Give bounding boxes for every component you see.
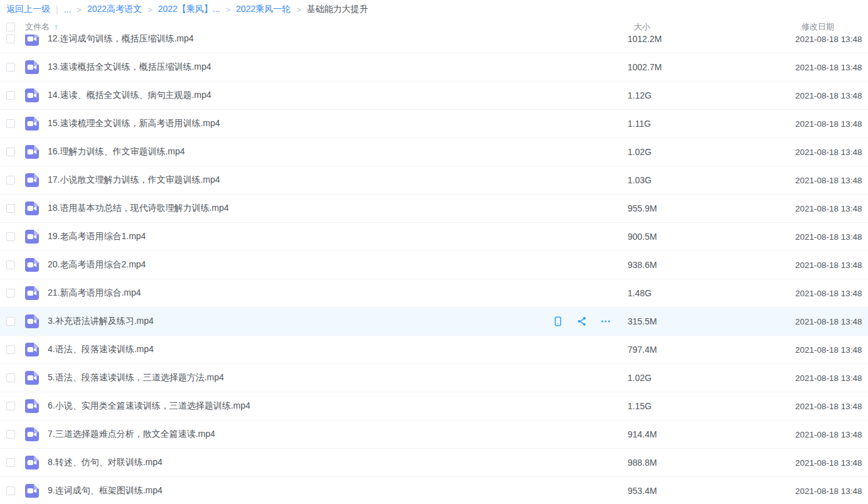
table-row[interactable]: 3.补充语法讲解及练习.mp4315.5M2021-08-18 13:48 [0, 308, 868, 336]
file-date: 2021-08-18 13:48 [785, 63, 868, 72]
file-date: 2021-08-18 13:48 [785, 486, 868, 496]
folded-corner [34, 88, 39, 94]
file-name[interactable]: 6.小说、实用类全篇速读训练，三道选择题训练.mp4 [48, 400, 250, 412]
file-name[interactable]: 16.理解力训练、作文审题训练.mp4 [48, 146, 185, 158]
table-row[interactable]: 12.连词成句训练，概括压缩训练.mp41012.2M2021-08-18 13… [0, 35, 868, 53]
table-row[interactable]: 8.转述、仿句、对联训练.mp4988.8M2021-08-18 13:48 [0, 449, 868, 477]
file-size: 900.5M [620, 232, 785, 242]
file-name[interactable]: 8.转述、仿句、对联训练.mp4 [48, 457, 163, 468]
table-row[interactable]: 14.速读、概括全文训练、病句主观题.mp41.12G2021-08-18 13… [0, 82, 868, 110]
file-name[interactable]: 14.速读、概括全文训练、病句主观题.mp4 [48, 90, 212, 101]
file-name[interactable]: 15.速读梳理全文训练，新高考语用训练.mp4 [48, 118, 220, 129]
file-name-cell: 5.语法、段落速读训练，三道选择题方法.mp4 [39, 372, 620, 383]
device-icon[interactable] [552, 316, 564, 327]
file-name[interactable]: 18.语用基本功总结，现代诗歌理解力训练.mp4 [48, 203, 229, 214]
video-file-icon [25, 258, 39, 272]
row-checkbox[interactable] [6, 176, 15, 185]
table-row[interactable]: 13.速读概括全文训练，概括压缩训练.mp41002.7M2021-08-18 … [0, 53, 868, 82]
table-row[interactable]: 18.语用基本功总结，现代诗歌理解力训练.mp4955.9M2021-08-18… [0, 195, 868, 223]
file-date: 2021-08-18 13:48 [785, 91, 868, 100]
breadcrumb-link[interactable]: ... [64, 4, 72, 14]
row-checkbox[interactable] [6, 430, 15, 439]
table-row[interactable]: 15.速读梳理全文训练，新高考语用训练.mp41.11G2021-08-18 1… [0, 110, 868, 138]
table-row[interactable]: 16.理解力训练、作文审题训练.mp41.02G2021-08-18 13:48 [0, 138, 868, 166]
file-size: 1.11G [620, 119, 785, 129]
file-date: 2021-08-18 13:48 [785, 430, 868, 439]
sort-asc-icon[interactable]: ↑ [54, 22, 58, 31]
breadcrumb-link[interactable]: 2022乘风一轮 [236, 4, 291, 15]
file-date: 2021-08-18 13:48 [785, 35, 868, 44]
row-checkbox[interactable] [6, 204, 15, 213]
row-checkbox[interactable] [6, 317, 15, 326]
row-checkbox[interactable] [6, 35, 15, 43]
table-row[interactable]: 9.连词成句、框架图训练.mp4953.4M2021-08-18 13:48 [0, 477, 868, 504]
column-name-label[interactable]: 文件名 [25, 21, 50, 33]
file-date: 2021-08-18 13:48 [785, 147, 868, 157]
file-name[interactable]: 5.语法、段落速读训练，三道选择题方法.mp4 [48, 372, 224, 383]
row-checkbox[interactable] [6, 486, 15, 495]
file-name[interactable]: 12.连词成句训练，概括压缩训练.mp4 [48, 35, 194, 45]
file-name-cell: 18.语用基本功总结，现代诗歌理解力训练.mp4 [39, 203, 620, 214]
file-name[interactable]: 13.速读概括全文训练，概括压缩训练.mp4 [48, 62, 212, 73]
file-name-cell: 9.连词成句、框架图训练.mp4 [39, 485, 620, 496]
back-link[interactable]: 返回上一级 [6, 4, 50, 15]
table-row[interactable]: 4.语法、段落速读训练.mp4797.4M2021-08-18 13:48 [0, 336, 868, 364]
row-checkbox[interactable] [6, 232, 15, 241]
table-row[interactable]: 5.语法、段落速读训练，三道选择题方法.mp41.02G2021-08-18 1… [0, 364, 868, 392]
file-name-cell: 3.补充语法讲解及练习.mp4 [39, 316, 620, 327]
table-row[interactable]: 19.老高考语用综合1.mp4900.5M2021-08-18 13:48 [0, 223, 868, 251]
video-file-icon [25, 173, 39, 187]
table-row[interactable]: 17.小说散文理解力训练，作文审题训练.mp41.03G2021-08-18 1… [0, 166, 868, 195]
file-name-cell: 8.转述、仿句、对联训练.mp4 [39, 457, 620, 468]
row-checkbox[interactable] [6, 63, 15, 72]
breadcrumb-link[interactable]: 2022高考语文 [87, 4, 142, 15]
video-file-icon [25, 230, 39, 244]
column-size-label[interactable]: 大小 [620, 21, 785, 33]
row-checkbox[interactable] [6, 260, 15, 269]
file-date: 2021-08-18 13:48 [785, 260, 868, 270]
file-size: 1.48G [620, 288, 785, 298]
file-name[interactable]: 20.老高考语用综合2.mp4 [48, 259, 146, 271]
row-checkbox[interactable] [6, 91, 15, 100]
file-name[interactable]: 19.老高考语用综合1.mp4 [48, 231, 146, 242]
file-name-cell: 12.连词成句训练，概括压缩训练.mp4 [39, 35, 620, 45]
row-checkbox[interactable] [6, 289, 15, 298]
breadcrumb-link[interactable]: 2022【乘风】... [158, 4, 220, 15]
file-name[interactable]: 21.新高考语用综合.mp4 [48, 287, 141, 299]
table-row[interactable]: 7.三道选择题难点分析，散文全篇速读.mp4914.4M2021-08-18 1… [0, 421, 868, 449]
column-date-label[interactable]: 修改日期 [785, 21, 868, 33]
table-row[interactable]: 20.老高考语用综合2.mp4938.6M2021-08-18 13:48 [0, 251, 868, 279]
folded-corner [34, 258, 39, 263]
file-date: 2021-08-18 13:48 [785, 176, 868, 185]
row-checkbox[interactable] [6, 345, 15, 354]
file-name-cell: 15.速读梳理全文训练，新高考语用训练.mp4 [39, 118, 620, 129]
file-name[interactable]: 9.连词成句、框架图训练.mp4 [48, 485, 163, 496]
folded-corner [34, 286, 39, 291]
row-checkbox[interactable] [6, 373, 15, 382]
folded-corner [34, 201, 39, 206]
file-name[interactable]: 4.语法、段落速读训练.mp4 [48, 344, 154, 355]
share-icon[interactable] [576, 316, 587, 327]
table-row[interactable]: 21.新高考语用综合.mp41.48G2021-08-18 13:48 [0, 279, 868, 308]
row-checkbox[interactable] [6, 147, 15, 156]
folded-corner [34, 343, 39, 348]
file-name[interactable]: 17.小说散文理解力训练，作文审题训练.mp4 [48, 174, 220, 186]
file-size: 953.4M [620, 486, 785, 496]
file-name[interactable]: 3.补充语法讲解及练习.mp4 [48, 316, 154, 327]
video-file-icon [25, 314, 39, 328]
file-date: 2021-08-18 13:48 [785, 204, 868, 213]
file-size: 955.9M [620, 203, 785, 213]
table-row[interactable]: 6.小说、实用类全篇速读训练，三道选择题训练.mp41.15G2021-08-1… [0, 392, 868, 421]
file-name[interactable]: 7.三道选择题难点分析，散文全篇速读.mp4 [48, 429, 215, 440]
file-size: 1.15G [620, 401, 785, 411]
row-checkbox[interactable] [6, 402, 15, 410]
file-name-cell: 4.语法、段落速读训练.mp4 [39, 344, 620, 355]
row-checkbox[interactable] [6, 458, 15, 467]
file-size: 1012.2M [620, 35, 785, 44]
breadcrumb-current: 基础能力大提升 [307, 4, 368, 15]
select-all-checkbox[interactable] [6, 23, 15, 31]
file-size: 938.6M [620, 260, 785, 270]
file-name-cell: 13.速读概括全文训练，概括压缩训练.mp4 [39, 62, 620, 73]
more-icon[interactable] [600, 316, 611, 327]
row-checkbox[interactable] [6, 119, 15, 128]
